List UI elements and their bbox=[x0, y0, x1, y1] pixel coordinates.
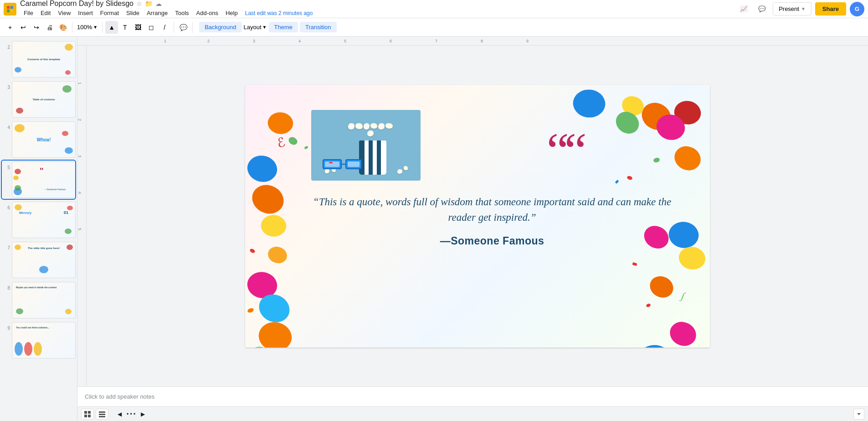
menu-arrange[interactable]: Arrange bbox=[143, 8, 171, 18]
title-bar: Caramel Popcorn Day! by Slidesgo ☆ 📁 ☁ F… bbox=[0, 0, 868, 18]
slide-num-9: 9 bbox=[3, 322, 10, 331]
bottom-bar: ◀ • • • ▶ bbox=[77, 406, 868, 421]
slide-num-2: 2 bbox=[3, 41, 10, 50]
svg-rect-9 bbox=[99, 414, 105, 415]
separator-2 bbox=[102, 22, 103, 33]
slide-thumb-6[interactable]: 6 Mercury 01 bbox=[2, 201, 75, 239]
menu-help[interactable]: Help bbox=[222, 8, 241, 18]
page-navigation: ◀ • • • ▶ bbox=[114, 409, 148, 420]
slide-preview-8: Maybe you need to divide the content bbox=[12, 282, 76, 318]
scroll-controls bbox=[853, 409, 864, 420]
last-edit-text: Last edit was 2 minutes ago bbox=[245, 10, 313, 16]
transition-button[interactable]: Transition bbox=[300, 22, 337, 32]
horizontal-ruler: 1 2 3 4 5 6 7 8 9 bbox=[77, 36, 868, 46]
theme-button[interactable]: Theme bbox=[269, 22, 298, 32]
paint-format-button[interactable]: 🎨 bbox=[56, 21, 69, 34]
slide-thumb-5[interactable]: 5 " —Someone Famous bbox=[2, 161, 75, 199]
slide-thumb-7[interactable]: 7 The slide title goes here! bbox=[2, 241, 75, 279]
menu-slide[interactable]: Slide bbox=[123, 8, 143, 18]
popcorn-image bbox=[311, 110, 421, 181]
present-label: Present bbox=[779, 5, 799, 12]
image-button[interactable]: 🖼 bbox=[132, 21, 144, 34]
big-quote-marks: ““ bbox=[547, 130, 582, 171]
toolbar: + ↩ ↪ 🖨 🎨 100% ▼ ▲ T 🖼 ◻ / 💬 Background … bbox=[0, 18, 868, 36]
separator-1 bbox=[72, 22, 72, 33]
slide-thumb-9[interactable]: 9 You could use three columns... bbox=[2, 321, 75, 359]
svg-rect-4 bbox=[84, 411, 87, 414]
content-area: 1 2 3 4 5 6 7 8 9 1 2 3 4 5 bbox=[77, 36, 868, 421]
document-title[interactable]: Caramel Popcorn Day! by Slidesgo bbox=[20, 0, 134, 8]
slide-thumb-3[interactable]: 3 Table of contents bbox=[2, 80, 75, 119]
layout-dropdown[interactable]: Layout ▼ bbox=[244, 24, 267, 31]
zoom-arrow: ▼ bbox=[93, 25, 98, 30]
user-avatar[interactable]: G bbox=[850, 2, 864, 16]
svg-rect-10 bbox=[99, 416, 105, 417]
title-right: 📈 💬 Present ▼ Share G bbox=[736, 2, 864, 16]
present-dropdown-arrow[interactable]: ▼ bbox=[801, 6, 806, 11]
toolbar-undo-section: + ↩ ↪ 🖨 🎨 bbox=[4, 21, 69, 34]
toolbar-tools-section: ▲ T 🖼 ◻ / bbox=[105, 21, 171, 34]
slide-thumb-4[interactable]: 4 Whoa! bbox=[2, 120, 75, 159]
layout-arrow: ▼ bbox=[262, 25, 267, 30]
next-slide-button[interactable]: ▶ bbox=[137, 409, 148, 420]
slide-wrapper: ℰ bbox=[87, 46, 868, 386]
svg-rect-7 bbox=[88, 415, 91, 417]
menu-tools[interactable]: Tools bbox=[171, 8, 192, 18]
slide-num-6: 6 bbox=[3, 202, 10, 210]
slide-num-3: 3 bbox=[3, 81, 10, 90]
svg-rect-0 bbox=[7, 6, 10, 9]
slide-thumb-2[interactable]: 2 Contents of this template bbox=[2, 40, 75, 78]
slide-thumb-8[interactable]: 8 Maybe you need to divide the content bbox=[2, 281, 75, 319]
separator-4 bbox=[192, 22, 193, 33]
slide-num-4: 4 bbox=[3, 121, 10, 130]
prev-slide-button[interactable]: ◀ bbox=[114, 409, 125, 420]
svg-rect-1 bbox=[10, 6, 13, 9]
svg-rect-6 bbox=[84, 415, 87, 417]
analytics-icon[interactable]: 📈 bbox=[736, 2, 751, 16]
scroll-down-button[interactable] bbox=[853, 409, 864, 420]
present-button[interactable]: Present ▼ bbox=[773, 2, 812, 16]
svg-rect-3 bbox=[10, 9, 13, 12]
notes-area[interactable]: Click to add speaker notes bbox=[77, 386, 868, 406]
star-icon[interactable]: ☆ bbox=[136, 0, 142, 7]
slide-preview-7: The slide title goes here! bbox=[12, 242, 76, 278]
zoom-dropdown[interactable]: 100% ▼ bbox=[75, 23, 99, 31]
slide-num-8: 8 bbox=[3, 282, 10, 291]
comments-icon[interactable]: 💬 bbox=[755, 2, 769, 16]
separator-3 bbox=[174, 22, 174, 33]
share-button[interactable]: Share bbox=[815, 2, 846, 16]
shapes-button[interactable]: ◻ bbox=[145, 21, 158, 34]
menu-view[interactable]: View bbox=[54, 8, 74, 18]
slide-panel: 2 Contents of this template 3 Table of c… bbox=[0, 36, 77, 421]
text-box-button[interactable]: T bbox=[118, 21, 131, 34]
line-button[interactable]: / bbox=[158, 21, 171, 34]
menu-edit[interactable]: Edit bbox=[37, 8, 54, 18]
background-button[interactable]: Background bbox=[199, 22, 241, 32]
redo-button[interactable]: ↪ bbox=[30, 21, 43, 34]
slide-preview-9: You could use three columns... bbox=[12, 322, 76, 359]
print-button[interactable]: 🖨 bbox=[43, 21, 56, 34]
app-icon[interactable] bbox=[4, 3, 16, 16]
slide-controls: Background Layout ▼ Theme Transition bbox=[199, 22, 336, 32]
menu-addons[interactable]: Add-ons bbox=[193, 8, 222, 18]
menu-format[interactable]: Format bbox=[97, 8, 123, 18]
grid-view-button[interactable] bbox=[81, 409, 94, 420]
cloud-icon: ☁ bbox=[155, 0, 162, 7]
svg-rect-5 bbox=[88, 411, 91, 414]
list-view-button[interactable] bbox=[96, 409, 108, 420]
folder-icon[interactable]: 📁 bbox=[145, 0, 153, 7]
slide-num-7: 7 bbox=[3, 242, 10, 250]
slide-indicator: • • • bbox=[127, 411, 135, 417]
select-tool-button[interactable]: ▲ bbox=[105, 21, 118, 34]
comment-button[interactable]: 💬 bbox=[177, 21, 190, 34]
slide-preview-6: Mercury 01 bbox=[12, 202, 76, 238]
quote-author-text: —Someone Famous bbox=[307, 235, 678, 247]
undo-button[interactable]: ↩ bbox=[17, 21, 30, 34]
menu-insert[interactable]: Insert bbox=[74, 8, 97, 18]
svg-rect-8 bbox=[99, 411, 105, 413]
menu-bar: File Edit View Insert Format Slide Arran… bbox=[20, 8, 313, 18]
slide-canvas[interactable]: ℰ bbox=[245, 85, 710, 348]
menu-file[interactable]: File bbox=[20, 8, 37, 18]
add-slide-button[interactable]: + bbox=[4, 21, 16, 34]
toolbar-insert-section: 💬 bbox=[177, 21, 190, 34]
